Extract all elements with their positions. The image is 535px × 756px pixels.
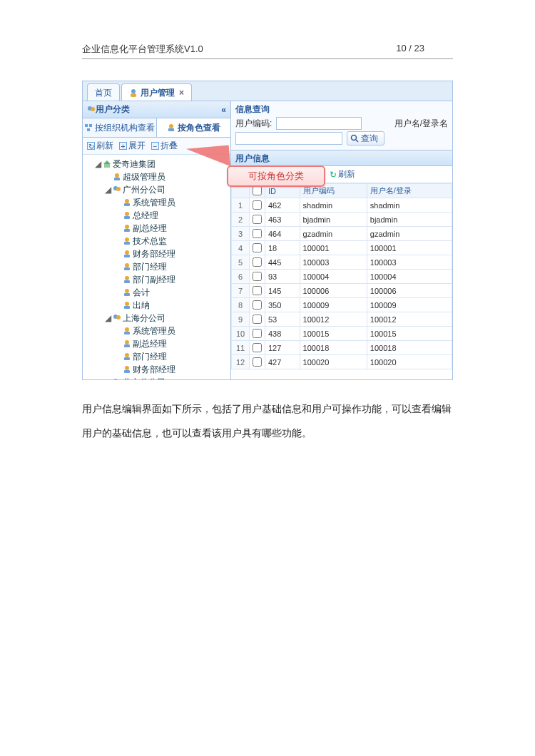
- role-icon: [123, 250, 131, 258]
- tree-role[interactable]: 会计: [114, 286, 229, 299]
- role-icon: [123, 327, 131, 335]
- tree-branch[interactable]: ◢北京分公司: [104, 376, 229, 379]
- row-checkbox[interactable]: [253, 286, 262, 295]
- grid-select-all[interactable]: [253, 186, 262, 195]
- grid-cell-checkbox: [250, 241, 265, 255]
- tree-branch[interactable]: ◢广州分公司: [104, 183, 229, 196]
- left-panel: 用户分类 « 按组织机构查看 按角色查看: [83, 101, 231, 379]
- tab-user-mgmt[interactable]: 用户管理 ×: [121, 83, 192, 101]
- grid-cell-name: 100018: [367, 341, 452, 355]
- row-checkbox[interactable]: [253, 300, 262, 310]
- query-input-name[interactable]: [235, 132, 342, 145]
- subtab-by-org[interactable]: 按组织机构查看: [83, 118, 157, 137]
- table-row[interactable]: 3464gzadmingzadmin: [232, 227, 452, 241]
- chevron-icon: ◢: [104, 312, 111, 325]
- query-label-code: 用户编码:: [235, 118, 272, 130]
- subtab-by-org-label: 按组织机构查看: [95, 122, 155, 134]
- table-row[interactable]: 8350100009100009: [232, 298, 452, 312]
- left-subtabs: 按组织机构查看 按角色查看: [83, 118, 230, 138]
- tree-role[interactable]: 系统管理员: [114, 196, 229, 209]
- grid-col-name[interactable]: 用户名/登录: [367, 184, 452, 198]
- tree-root-label: 爱奇迪集团: [113, 158, 156, 170]
- app-window: 首页 用户管理 × 用户分类 «: [82, 81, 453, 380]
- table-row[interactable]: 12427100020100020: [232, 355, 452, 369]
- svg-rect-20: [124, 229, 130, 232]
- tree-role[interactable]: 总经理: [114, 209, 229, 222]
- row-checkbox[interactable]: [253, 243, 262, 252]
- grid-cell-id: 427: [265, 355, 300, 369]
- tree-role[interactable]: 超级管理员: [104, 170, 229, 183]
- tree-role[interactable]: 技术总监: [114, 235, 229, 247]
- grid-cell-name: 100006: [367, 284, 452, 298]
- row-checkbox[interactable]: [253, 229, 262, 238]
- grid-cell-rownum: 2: [232, 213, 250, 227]
- tree-role-label: 部门经理: [133, 350, 167, 363]
- row-checkbox[interactable]: [253, 200, 262, 210]
- grid-cell-checkbox: [250, 270, 265, 284]
- row-checkbox[interactable]: [253, 315, 262, 324]
- tree-expand-button[interactable]: +展开: [119, 140, 146, 152]
- svg-rect-42: [124, 370, 130, 373]
- tree-role[interactable]: 系统管理员: [114, 325, 229, 337]
- tree-role[interactable]: 部门经理: [114, 350, 229, 363]
- row-checkbox[interactable]: [253, 329, 262, 338]
- svg-rect-18: [124, 216, 130, 219]
- tree-role[interactable]: 部门经理: [114, 260, 229, 273]
- grid-cell-id: 438: [265, 327, 300, 341]
- query-input-code[interactable]: [276, 117, 362, 130]
- table-row[interactable]: 2463bjadminbjadmin: [232, 213, 452, 227]
- table-row[interactable]: 10438100015100015: [232, 327, 452, 341]
- left-panel-title: 用户分类: [96, 103, 130, 116]
- row-checkbox[interactable]: [253, 357, 262, 367]
- svg-rect-1: [131, 93, 136, 97]
- table-row[interactable]: 953100012100012: [232, 312, 452, 327]
- grid-refresh-button[interactable]: ↻刷新: [330, 168, 355, 180]
- grid-cell-name: gzadmin: [367, 227, 452, 241]
- tree-collapse-button[interactable]: −折叠: [151, 140, 178, 152]
- row-checkbox[interactable]: [253, 257, 262, 267]
- users-icon: [87, 106, 96, 114]
- tree-role-label: 部门经理: [133, 260, 167, 273]
- table-row[interactable]: 7145100006100006: [232, 284, 452, 298]
- collapse-panel-icon[interactable]: «: [221, 105, 226, 115]
- grid-cell-id: 53: [265, 312, 300, 327]
- table-row[interactable]: 1462shadminshadmin: [232, 198, 452, 213]
- row-checkbox[interactable]: [253, 343, 262, 352]
- close-icon[interactable]: ×: [179, 84, 184, 101]
- table-row[interactable]: 418100001100001: [232, 241, 452, 255]
- callout-text: 可按角色分类: [248, 170, 304, 183]
- svg-point-19: [125, 225, 129, 229]
- refresh-icon: ↻: [330, 170, 337, 180]
- table-row[interactable]: 5445100003100003: [232, 255, 452, 270]
- table-row[interactable]: 11127100018100018: [232, 341, 452, 355]
- subtab-by-role[interactable]: 按角色查看: [157, 118, 230, 137]
- tree-role-label: 技术总监: [133, 235, 167, 247]
- grid-cell-checkbox: [250, 213, 265, 227]
- row-checkbox[interactable]: [253, 272, 262, 281]
- tree-role[interactable]: 出纳: [114, 299, 229, 312]
- grid-cell-rownum: 8: [232, 298, 250, 312]
- search-button[interactable]: 查询: [347, 131, 384, 145]
- tab-home[interactable]: 首页: [87, 83, 120, 101]
- tree-role[interactable]: 部门副经理: [114, 273, 229, 286]
- tree-role-label: 财务部经理: [133, 247, 175, 260]
- svg-marker-9: [103, 160, 111, 164]
- tree-role-label: 系统管理员: [133, 325, 175, 337]
- table-row[interactable]: 693100004100004: [232, 270, 452, 284]
- grid-cell-name: 100012: [367, 312, 452, 327]
- left-panel-title-bar: 用户分类 «: [83, 101, 230, 118]
- role-icon: [123, 211, 131, 220]
- svg-rect-24: [124, 255, 130, 257]
- row-checkbox[interactable]: [253, 215, 262, 224]
- tree-role[interactable]: 财务部经理: [114, 247, 229, 260]
- svg-rect-36: [124, 332, 130, 334]
- tree-role[interactable]: 财务部经理: [114, 363, 229, 376]
- tree-refresh-button[interactable]: ↻刷新: [87, 140, 113, 152]
- tree-role[interactable]: 副总经理: [114, 337, 229, 350]
- role-tree: ◢ 爱奇迪集团 超级管理员◢广州分公司系统管理员总经理副总经理技术总监财务部经理…: [83, 155, 230, 379]
- grid-cell-checkbox: [250, 312, 265, 327]
- svg-point-15: [125, 199, 129, 203]
- tree-role[interactable]: 副总经理: [114, 222, 229, 235]
- grid-cell-name: bjadmin: [367, 213, 452, 227]
- tree-branch[interactable]: ◢上海分公司: [104, 312, 229, 325]
